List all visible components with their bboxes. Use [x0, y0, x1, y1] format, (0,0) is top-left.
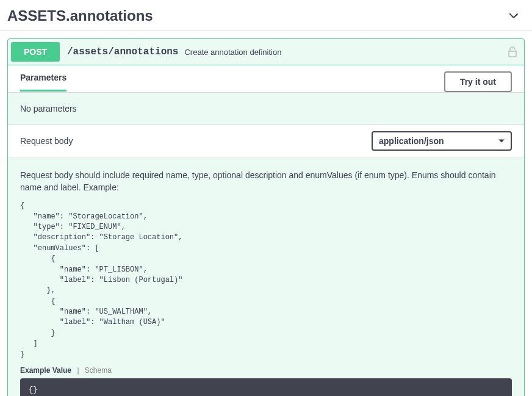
request-body-example-json: { "name": "StorageLocation", "type": "FI…: [20, 201, 512, 360]
unlock-icon[interactable]: [508, 46, 517, 57]
endpoint-path: /assets/annotations: [67, 46, 178, 57]
operation-block: POST /assets/annotations Create annotati…: [7, 38, 525, 396]
request-body-content: Request body should include required nam…: [8, 157, 524, 396]
tab-parameters[interactable]: Parameters: [20, 73, 66, 92]
tab-example-value[interactable]: Example Value: [20, 366, 71, 375]
operation-description: Create annotation definition: [184, 48, 508, 57]
tab-schema[interactable]: Schema: [85, 366, 112, 375]
parameters-header-row: Parameters Try it out: [8, 65, 524, 92]
content-type-select[interactable]: application/json: [372, 131, 512, 151]
section-header[interactable]: ASSETS.annotations: [0, 0, 532, 31]
chevron-down-icon[interactable]: [508, 10, 520, 22]
request-body-label: Request body: [20, 136, 73, 146]
http-method-badge: POST: [11, 42, 60, 62]
request-body-description: Request body should include required nam…: [20, 170, 512, 193]
operation-summary[interactable]: POST /assets/annotations Create annotati…: [8, 39, 524, 65]
example-tabs: Example Value | Schema: [20, 366, 512, 375]
request-body-header: Request body application/json: [8, 125, 524, 157]
tab-separator: |: [77, 366, 79, 375]
section-title: ASSETS.annotations: [7, 7, 153, 24]
example-code-block[interactable]: {}: [20, 378, 512, 396]
try-it-out-button[interactable]: Try it out: [444, 71, 512, 92]
no-parameters-notice: No parameters: [8, 92, 524, 125]
